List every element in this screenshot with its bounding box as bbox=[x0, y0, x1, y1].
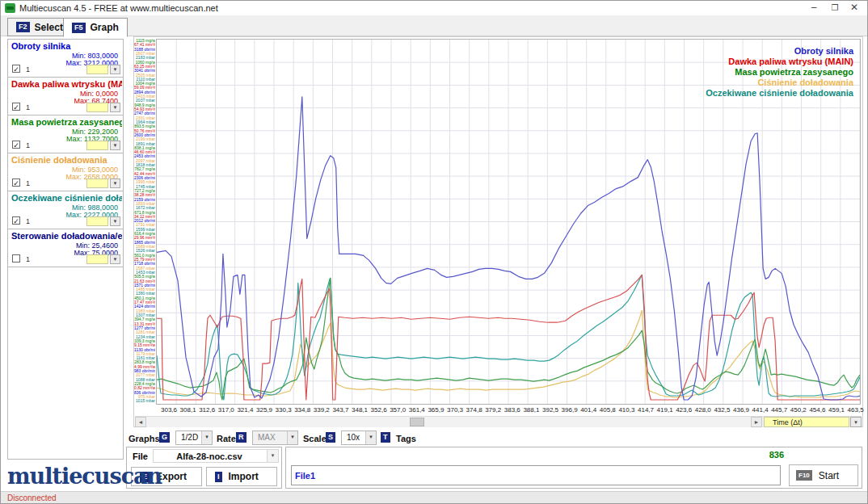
channel-scale-combo[interactable] bbox=[86, 141, 108, 150]
y-axis-labels: 1115 mg/w67,41 mm³/w3188 obr/min2607 mba… bbox=[134, 39, 155, 404]
f2-key-badge: F2 bbox=[16, 22, 30, 32]
x-axis-tick-label: 405,8 bbox=[597, 406, 618, 414]
channel-count: 1 bbox=[26, 103, 30, 111]
x-axis-tick-label: 423,6 bbox=[673, 406, 694, 414]
rate-select: MAX ▼ bbox=[252, 430, 298, 445]
channel-panel-5: Oczekiwane ciśnienie doładowanMin: 988,0… bbox=[8, 191, 123, 229]
channel-panel-3: Masa powietrza zasysanegoMin: 229,2000Ma… bbox=[8, 116, 123, 153]
file-select[interactable]: Alfa-28-noc.csv ▼ bbox=[153, 449, 279, 463]
channel-count: 1 bbox=[26, 255, 30, 263]
channel-checkbox[interactable] bbox=[12, 254, 20, 262]
x-axis-tick-label: 308,1 bbox=[178, 406, 199, 414]
close-button[interactable]: ✕ bbox=[845, 1, 864, 15]
x-axis-tick-label: 419,1 bbox=[655, 406, 676, 414]
x-axis-tick-label: 463,5 bbox=[845, 406, 866, 414]
channel-title: Masa powietrza zasysanego bbox=[11, 117, 122, 127]
record-panel: 836 F10 Start bbox=[285, 447, 862, 489]
x-axis-tick-label: 410,3 bbox=[616, 406, 637, 414]
time-axis-combo[interactable]: Time (Δt) bbox=[764, 417, 849, 427]
scale-select[interactable]: 10x ▼ bbox=[341, 430, 377, 445]
chevron-down-icon: ▼ bbox=[287, 431, 297, 444]
channel-scale-combo[interactable] bbox=[86, 216, 108, 226]
channel-panel-2: Dawka paliwa wtrysku (MAIN)Min: 0,0000Ma… bbox=[8, 78, 123, 116]
channel-panel-1: Obroty silnikaMin: 803,0000Max: 3212,000… bbox=[8, 40, 123, 78]
x-axis-tick-label: 383,6 bbox=[502, 406, 523, 414]
x-axis-tick-label: 441,4 bbox=[750, 406, 771, 414]
x-axis-tick-label: 303,6 bbox=[158, 406, 179, 414]
scroll-right-icon[interactable]: ► bbox=[751, 417, 762, 427]
x-axis-tick-label: 352,6 bbox=[369, 406, 390, 414]
app-window: Multiecuscan 4.5 - FREE at www.multiecus… bbox=[0, 0, 868, 504]
x-axis-labels: 303,6308,1312,6317,0321,4325,9330,3334,8… bbox=[134, 406, 862, 416]
scale-label: Scale bbox=[303, 434, 327, 443]
channel-controls: 1▼ bbox=[11, 254, 120, 264]
sample-counter: 836 bbox=[769, 450, 784, 460]
x-axis-tick-label: 401,4 bbox=[578, 406, 599, 414]
x-axis-tick-label: 361,4 bbox=[407, 406, 428, 414]
x-axis-tick-label: 396,9 bbox=[559, 406, 580, 414]
tab-graph[interactable]: F5 Graph bbox=[63, 18, 128, 37]
chevron-down-icon[interactable]: ▼ bbox=[110, 216, 120, 226]
import-button[interactable]: I Import bbox=[206, 467, 277, 486]
tags-label: Tags bbox=[396, 434, 416, 443]
channel-controls: ✓1▼ bbox=[11, 65, 120, 74]
legend-entry: Dawka paliwa wtrysku (MAIN) bbox=[706, 57, 853, 67]
channel-checkbox[interactable]: ✓ bbox=[12, 178, 20, 187]
channel-checkbox[interactable]: ✓ bbox=[12, 103, 20, 111]
channel-count: 1 bbox=[26, 217, 30, 225]
x-axis-tick-label: 432,5 bbox=[711, 406, 732, 414]
x-axis-tick-label: 312,6 bbox=[196, 406, 217, 414]
tab-select[interactable]: F2 Select bbox=[7, 18, 72, 36]
tags-key-badge: T bbox=[381, 432, 390, 443]
f5-key-badge: F5 bbox=[72, 23, 86, 33]
channel-scale-combo[interactable] bbox=[86, 254, 108, 264]
y-axis-tick-label: 1015 mbar bbox=[134, 399, 155, 403]
graphs-mode-select[interactable]: 1/2D ▼ bbox=[175, 430, 213, 445]
scrollbar-thumb[interactable] bbox=[410, 418, 424, 426]
channel-scale-combo[interactable] bbox=[86, 65, 108, 74]
chevron-down-icon[interactable]: ▼ bbox=[110, 254, 120, 264]
channel-title: Oczekiwane ciśnienie doładowan bbox=[11, 193, 122, 203]
scroll-left-icon[interactable]: ◄ bbox=[135, 417, 146, 427]
graphs-label: Graphs bbox=[129, 434, 160, 443]
chevron-down-icon[interactable]: ▼ bbox=[365, 431, 376, 444]
record-name-input[interactable] bbox=[291, 465, 781, 485]
channel-checkbox[interactable]: ✓ bbox=[12, 216, 20, 225]
minimize-button[interactable]: – bbox=[804, 1, 824, 15]
title-bar: Multiecuscan 4.5 - FREE at www.multiecus… bbox=[1, 1, 867, 15]
channel-title: Ciśnienie doładowania bbox=[11, 155, 122, 165]
chevron-down-icon[interactable]: ▼ bbox=[201, 431, 212, 444]
app-icon bbox=[5, 3, 15, 13]
x-axis-tick-label: 379,2 bbox=[482, 406, 504, 414]
x-axis-tick-label: 388,1 bbox=[520, 406, 541, 414]
chevron-down-icon[interactable]: ▼ bbox=[110, 178, 120, 188]
start-button[interactable]: F10 Start bbox=[789, 464, 858, 486]
status-bar: Disconnected bbox=[1, 491, 867, 504]
x-axis-tick-label: 317,0 bbox=[216, 406, 237, 414]
chevron-down-icon[interactable]: ▼ bbox=[110, 65, 120, 74]
x-axis-tick-label: 374,8 bbox=[464, 406, 485, 414]
x-axis-tick-label: 365,9 bbox=[425, 406, 446, 414]
chevron-down-icon[interactable]: ▼ bbox=[110, 103, 120, 112]
file-label: File bbox=[133, 452, 148, 461]
legend-entry: Ciśnienie doładowania bbox=[706, 78, 853, 88]
channel-count: 1 bbox=[26, 141, 30, 149]
channel-count: 1 bbox=[26, 179, 30, 187]
channel-checkbox[interactable]: ✓ bbox=[12, 141, 20, 149]
x-axis-tick-label: 334,8 bbox=[292, 406, 313, 414]
f10-key-badge: F10 bbox=[796, 470, 812, 481]
tab-graph-label: Graph bbox=[91, 22, 119, 33]
channel-scale-combo[interactable] bbox=[86, 178, 108, 188]
horizontal-scrollbar[interactable]: ◄ ► Time (Δt) ▼ bbox=[135, 416, 862, 427]
maximize-button[interactable]: ❐ bbox=[825, 1, 845, 15]
channel-checkbox[interactable]: ✓ bbox=[12, 65, 20, 73]
chevron-down-icon[interactable]: ▼ bbox=[110, 141, 120, 150]
window-title: Multiecuscan 4.5 - FREE at www.multiecus… bbox=[19, 3, 218, 13]
x-axis-tick-label: 392,5 bbox=[540, 406, 561, 414]
x-axis-tick-label: 414,7 bbox=[635, 406, 656, 414]
chevron-down-icon[interactable]: ▼ bbox=[267, 450, 278, 462]
plot-area[interactable]: Obroty silnikaDawka paliwa wtrysku (MAIN… bbox=[156, 39, 861, 405]
time-axis-combo-arrow-icon[interactable]: ▼ bbox=[850, 417, 862, 427]
channel-scale-combo[interactable] bbox=[86, 103, 108, 112]
channel-controls: ✓1▼ bbox=[11, 141, 120, 150]
